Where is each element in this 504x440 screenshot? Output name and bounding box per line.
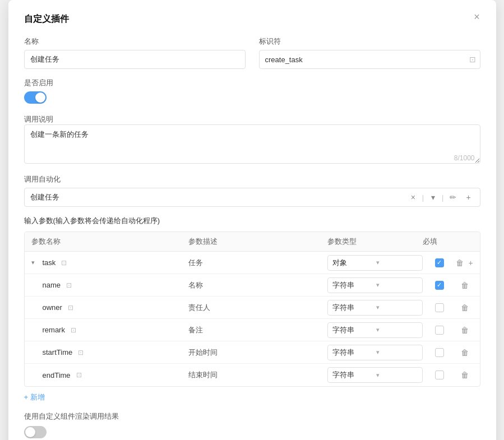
- task-type-value: 对象: [332, 258, 374, 268]
- owner-required-cell: [423, 303, 456, 312]
- owner-required-checkbox[interactable]: [435, 303, 444, 312]
- owner-copy-icon[interactable]: ⊡: [68, 304, 73, 312]
- endtime-delete-button[interactable]: 🗑: [460, 369, 470, 381]
- automation-add-button[interactable]: +: [462, 191, 475, 204]
- automation-select[interactable]: 创建任务 × | ▾ | ✏ +: [24, 188, 480, 207]
- remark-action-cell: 🗑: [456, 325, 473, 336]
- enabled-toggle[interactable]: [24, 91, 47, 104]
- header-required: 必填: [423, 237, 456, 247]
- endtime-copy-icon[interactable]: ⊡: [76, 371, 82, 379]
- endtime-type-select[interactable]: 字符串 ▾: [327, 367, 423, 383]
- automation-dropdown-button[interactable]: ▾: [426, 191, 440, 204]
- automation-row: 调用自动化 创建任务 × | ▾ | ✏ +: [24, 174, 480, 207]
- starttime-copy-icon[interactable]: ⊡: [78, 349, 84, 356]
- starttime-desc: 开始时间: [188, 343, 327, 362]
- identifier-copy-icon[interactable]: ⊡: [469, 55, 476, 64]
- name-group: 名称: [24, 36, 246, 69]
- remark-type-chevron: ▾: [376, 326, 418, 334]
- remark-copy-icon[interactable]: ⊡: [71, 326, 76, 334]
- name-input[interactable]: [24, 50, 246, 69]
- task-type-cell: 对象 ▾: [327, 255, 423, 271]
- remark-required-cell: [423, 326, 456, 335]
- task-required-checkbox[interactable]: [435, 258, 444, 267]
- task-name-cell: ▾ task ⊡: [31, 254, 188, 271]
- table-row: ▾ task ⊡ 任务 对象 ▾ 🗑 +: [25, 252, 480, 274]
- name-type-cell: 字符串 ▾: [327, 277, 423, 293]
- expand-icon[interactable]: ▾: [31, 259, 39, 266]
- name-delete-button[interactable]: 🗑: [460, 280, 470, 291]
- render-label: 使用自定义组件渲染调用结果: [24, 411, 480, 422]
- render-toggle[interactable]: [24, 426, 47, 438]
- starttime-type-cell: 字符串 ▾: [327, 345, 423, 360]
- name-required-cell: [423, 281, 456, 290]
- description-textarea[interactable]: 创建一条新的任务: [24, 124, 480, 164]
- endtime-required-checkbox[interactable]: [435, 370, 444, 379]
- task-delete-button[interactable]: 🗑: [455, 257, 465, 268]
- owner-type-value: 字符串: [332, 303, 374, 313]
- remark-type-select[interactable]: 字符串 ▾: [327, 322, 423, 338]
- render-toggle-row: [24, 426, 480, 438]
- starttime-type-select[interactable]: 字符串 ▾: [327, 345, 423, 360]
- starttime-delete-button[interactable]: 🗑: [460, 347, 470, 358]
- task-required-cell: [423, 258, 456, 267]
- endtime-name-text: endTime: [43, 371, 71, 379]
- name-name-text: name: [43, 281, 61, 289]
- char-count: 8/1000: [454, 154, 475, 162]
- remark-required-checkbox[interactable]: [435, 326, 444, 335]
- task-type-select[interactable]: 对象 ▾: [327, 255, 423, 271]
- header-action: [456, 237, 473, 247]
- starttime-required-checkbox[interactable]: [435, 348, 444, 357]
- header-param-name: 参数名称: [31, 237, 188, 247]
- identifier-input[interactable]: [259, 50, 480, 69]
- automation-edit-button[interactable]: ✏: [446, 191, 460, 204]
- remark-delete-button[interactable]: 🗑: [460, 325, 470, 336]
- owner-name-cell: owner ⊡: [43, 299, 188, 316]
- name-action-cell: 🗑: [456, 280, 473, 291]
- endtime-required-cell: [423, 370, 456, 379]
- identifier-group: 标识符 ⊡: [259, 36, 480, 69]
- automation-actions: × | ▾ | ✏ +: [406, 191, 475, 204]
- remark-type-value: 字符串: [332, 325, 374, 335]
- name-desc: 名称: [188, 276, 327, 295]
- task-name-text: task: [43, 258, 56, 267]
- endtime-desc: 结束时间: [188, 365, 327, 385]
- automation-select-value: 创建任务: [30, 192, 402, 202]
- owner-delete-button[interactable]: 🗑: [460, 302, 470, 313]
- params-table: 参数名称 参数描述 参数类型 必填 ▾ task ⊡ 任务 对象 ▾: [24, 231, 480, 387]
- name-type-chevron: ▾: [376, 281, 418, 289]
- task-action-cell: 🗑 +: [456, 257, 473, 268]
- owner-name-text: owner: [43, 303, 62, 312]
- name-copy-icon[interactable]: ⊡: [66, 281, 72, 289]
- endtime-type-cell: 字符串 ▾: [327, 367, 423, 383]
- endtime-name-cell: endTime ⊡: [43, 367, 188, 384]
- description-label: 调用说明: [24, 115, 53, 123]
- task-add-child-button[interactable]: +: [467, 257, 474, 268]
- description-textarea-wrapper: 创建一条新的任务 8/1000: [24, 124, 480, 165]
- table-row: remark ⊡ 备注 字符串 ▾ 🗑: [25, 319, 480, 341]
- params-table-header: 参数名称 参数描述 参数类型 必填: [25, 232, 480, 252]
- name-identifier-row: 名称 标识符 ⊡: [24, 36, 480, 69]
- task-type-chevron: ▾: [376, 259, 418, 266]
- automation-label: 调用自动化: [24, 174, 480, 184]
- starttime-name-text: startTime: [43, 348, 73, 356]
- table-row: endTime ⊡ 结束时间 字符串 ▾ 🗑: [25, 364, 480, 386]
- endtime-type-value: 字符串: [332, 370, 374, 380]
- name-name-cell: name ⊡: [43, 276, 188, 294]
- automation-divider: |: [422, 193, 424, 202]
- header-param-desc: 参数描述: [188, 237, 327, 247]
- close-button[interactable]: ×: [470, 10, 484, 24]
- owner-type-cell: 字符串 ▾: [327, 300, 423, 316]
- add-param-button[interactable]: + 新增: [24, 392, 45, 402]
- remark-desc: 备注: [188, 321, 327, 340]
- owner-type-select[interactable]: 字符串 ▾: [327, 300, 423, 316]
- identifier-label: 标识符: [259, 36, 480, 47]
- automation-clear-button[interactable]: ×: [406, 191, 420, 204]
- task-copy-icon[interactable]: ⊡: [61, 259, 67, 267]
- name-type-select[interactable]: 字符串 ▾: [327, 277, 423, 293]
- identifier-input-wrapper: ⊡: [259, 50, 480, 69]
- description-group: 调用说明 创建一条新的任务 8/1000: [24, 114, 480, 165]
- name-required-checkbox[interactable]: [435, 281, 444, 290]
- endtime-type-chevron: ▾: [376, 372, 418, 379]
- task-desc: 任务: [188, 253, 327, 272]
- params-section-label: 输入参数(输入参数将会传递给自动化程序): [24, 216, 480, 226]
